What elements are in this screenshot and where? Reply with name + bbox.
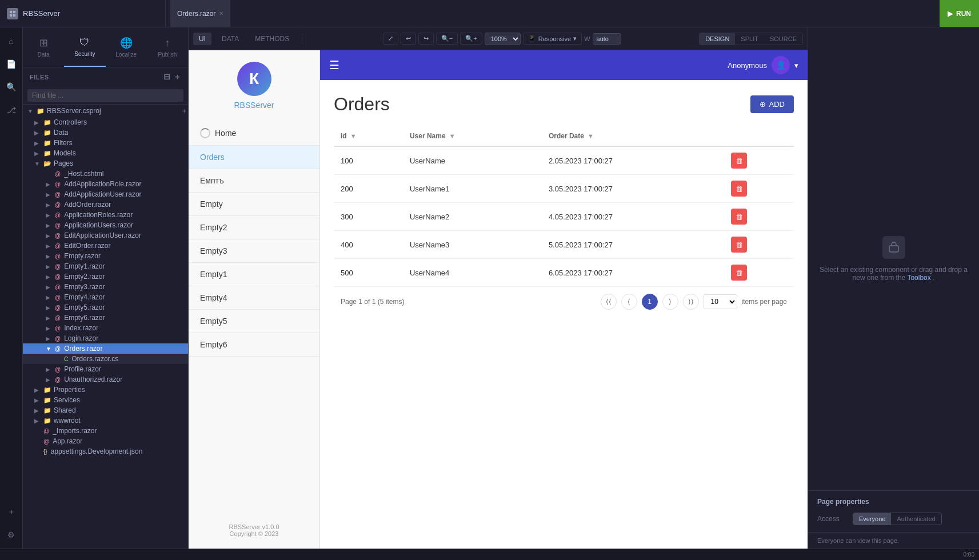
delete-button[interactable]: 🗑 xyxy=(731,153,747,169)
toolbar-localize[interactable]: 🌐 Localize xyxy=(106,27,147,67)
find-file-input[interactable] xyxy=(27,89,183,102)
tree-item-orders-cs[interactable]: C Orders.razor.cs xyxy=(23,354,188,364)
toolbox-link[interactable]: Toolbox xyxy=(907,274,930,282)
tree-item-filters[interactable]: ▶ 📁 Filters xyxy=(23,138,188,148)
filter-username-icon[interactable]: ▼ xyxy=(449,133,455,139)
toolbar-publish[interactable]: ↑ Publish xyxy=(147,27,188,67)
tree-item-host-cshtml[interactable]: @ _Host.cshtml xyxy=(23,169,188,179)
orders-razor-tab[interactable]: Orders.razor ✕ xyxy=(170,0,231,27)
add-file-icon[interactable]: ＋ xyxy=(181,106,188,116)
zoom-out-button[interactable]: 🔍− xyxy=(436,33,458,45)
sidebar-icon-search[interactable]: 🔍 xyxy=(2,78,21,96)
tree-item-edit-order[interactable]: ▶ @ EditOrder.razor xyxy=(23,241,188,251)
filter-orderdate-icon[interactable]: ▼ xyxy=(588,133,594,139)
add-button[interactable]: ⊕ ADD xyxy=(750,95,794,113)
zoom-select[interactable]: 100% 75% 50% 125% 150% xyxy=(485,33,521,45)
delete-button[interactable]: 🗑 xyxy=(731,237,747,253)
tree-item-models[interactable]: ▶ 📁 Models xyxy=(23,148,188,158)
nav-item-orders[interactable]: Orders xyxy=(189,146,319,169)
nav-item-empty1[interactable]: Empty1 xyxy=(189,263,319,286)
page-title: Orders xyxy=(334,94,390,115)
tree-item-orders[interactable]: ▼ @ Orders.razor xyxy=(23,343,188,354)
tree-item-app[interactable]: @ App.razor xyxy=(23,436,188,446)
current-page-button[interactable]: 1 xyxy=(642,294,658,310)
tree-item-empty2[interactable]: ▶ @ Empty2.razor xyxy=(23,271,188,282)
delete-button[interactable]: 🗑 xyxy=(731,209,747,225)
delete-button[interactable]: 🗑 xyxy=(731,265,747,281)
tree-item-appsettings[interactable]: {} appsettings.Development.json xyxy=(23,446,188,457)
tab-data[interactable]: DATA xyxy=(216,33,245,45)
tree-item-edit-app-user[interactable]: ▶ @ EditApplicationUser.razor xyxy=(23,230,188,241)
toolbar-data[interactable]: ⊞ Data xyxy=(23,27,64,67)
tree-item-services[interactable]: ▶ 📁 Services xyxy=(23,395,188,405)
tree-item-empty3[interactable]: ▶ @ Empty3.razor xyxy=(23,282,188,292)
files-layout-icon[interactable]: ⊟ xyxy=(163,72,171,82)
nav-item-empty4[interactable]: Empty4 xyxy=(189,286,319,310)
chevron-down-icon: ▾ xyxy=(573,35,577,42)
tree-item-add-app-user[interactable]: ▶ @ AddApplicationUser.razor xyxy=(23,189,188,199)
tree-item-empty6[interactable]: ▶ @ Empty6.razor xyxy=(23,313,188,323)
zoom-in-button[interactable]: 🔍+ xyxy=(460,33,482,45)
tab-design[interactable]: DESIGN xyxy=(700,33,735,45)
next-page-button[interactable]: ⟩ xyxy=(662,294,678,310)
responsive-button[interactable]: 📱 Responsive ▾ xyxy=(523,33,582,45)
redo-button[interactable]: ↪ xyxy=(418,33,434,45)
sidebar-icon-git[interactable]: ⎇ xyxy=(2,101,21,119)
tab-methods[interactable]: METHODS xyxy=(249,33,295,45)
tree-item-add-app-role[interactable]: ▶ @ AddApplicationRole.razor xyxy=(23,179,188,189)
sidebar-icon-settings[interactable]: ⚙ xyxy=(2,526,21,544)
nav-item-emptb[interactable]: Емптъ xyxy=(189,169,319,193)
tree-label-host: _Host.cshtml xyxy=(64,170,103,178)
tree-item-app-users[interactable]: ▶ @ ApplicationUsers.razor xyxy=(23,220,188,230)
tree-item-empty5[interactable]: ▶ @ Empty5.razor xyxy=(23,302,188,313)
delete-button[interactable]: 🗑 xyxy=(731,181,747,197)
per-page-select[interactable]: 10 25 50 100 xyxy=(704,294,737,309)
user-menu[interactable]: Anonymous 👤 ▾ xyxy=(728,56,798,74)
tab-source[interactable]: SOURCE xyxy=(764,33,802,45)
sidebar-icon-home[interactable]: ⌂ xyxy=(2,32,21,50)
hamburger-icon[interactable]: ☰ xyxy=(329,58,339,72)
access-tab-authenticated[interactable]: Authenticated xyxy=(891,513,941,525)
nav-item-empty[interactable]: Empty xyxy=(189,193,319,216)
toolbar-security[interactable]: 🛡 Security xyxy=(64,27,105,67)
tree-item-controllers[interactable]: ▶ 📁 Controllers xyxy=(23,117,188,127)
sidebar-icon-add[interactable]: ＋ xyxy=(2,503,21,521)
close-tab-icon[interactable]: ✕ xyxy=(219,10,223,17)
tree-item-wwwroot[interactable]: ▶ 📁 wwwroot xyxy=(23,415,188,426)
file-type-icon: @ xyxy=(55,284,61,290)
tree-item-data[interactable]: ▶ 📁 Data xyxy=(23,127,188,138)
run-button[interactable]: ▶ RUN xyxy=(940,0,979,27)
prev-page-button[interactable]: ⟨ xyxy=(621,294,637,310)
undo-button[interactable]: ↩ xyxy=(401,33,416,45)
tree-item-profile[interactable]: ▶ @ Profile.razor xyxy=(23,364,188,374)
tree-item-index[interactable]: ▶ @ Index.razor xyxy=(23,323,188,333)
nav-item-empty6[interactable]: Empty6 xyxy=(189,333,319,357)
tree-item-empty[interactable]: ▶ @ Empty.razor xyxy=(23,251,188,261)
tree-item-pages[interactable]: ▼ 📂 Pages xyxy=(23,158,188,169)
files-add-icon[interactable]: ＋ xyxy=(173,72,182,82)
tree-item-unauthorized[interactable]: ▶ @ Unauthorized.razor xyxy=(23,374,188,385)
sidebar-icon-files[interactable]: 📄 xyxy=(2,55,21,73)
nav-item-home[interactable]: Home xyxy=(189,121,319,146)
width-input[interactable] xyxy=(593,33,621,45)
tree-item-add-order[interactable]: ▶ @ AddOrder.razor xyxy=(23,199,188,210)
first-page-button[interactable]: ⟨⟨ xyxy=(601,294,617,310)
filter-id-icon[interactable]: ▼ xyxy=(350,133,357,139)
tree-item-shared[interactable]: ▶ 📁 Shared xyxy=(23,405,188,415)
access-tab-everyone[interactable]: Everyone xyxy=(853,513,891,525)
tree-root[interactable]: ▼ 📁 RBSServer.csproj ＋ xyxy=(23,105,188,117)
tab-ui[interactable]: UI xyxy=(193,33,211,45)
tree-item-properties[interactable]: ▶ 📁 Properties xyxy=(23,385,188,395)
tree-item-imports[interactable]: @ _Imports.razor xyxy=(23,426,188,436)
nav-item-empty5[interactable]: Empty5 xyxy=(189,310,319,333)
nav-item-empty2[interactable]: Empty2 xyxy=(189,216,319,239)
last-page-button[interactable]: ⟩⟩ xyxy=(683,294,699,310)
tree-item-empty4[interactable]: ▶ @ Empty4.razor xyxy=(23,292,188,302)
tree-item-empty1[interactable]: ▶ @ Empty1.razor xyxy=(23,261,188,271)
tree-item-login[interactable]: ▶ @ Login.razor xyxy=(23,333,188,343)
tab-split[interactable]: SPLIT xyxy=(735,33,764,45)
expand-button[interactable]: ⤢ xyxy=(383,33,398,45)
chevron-right-icon: ▶ xyxy=(46,243,53,249)
nav-item-empty3[interactable]: Empty3 xyxy=(189,239,319,263)
tree-item-app-roles[interactable]: ▶ @ ApplicationRoles.razor xyxy=(23,210,188,220)
